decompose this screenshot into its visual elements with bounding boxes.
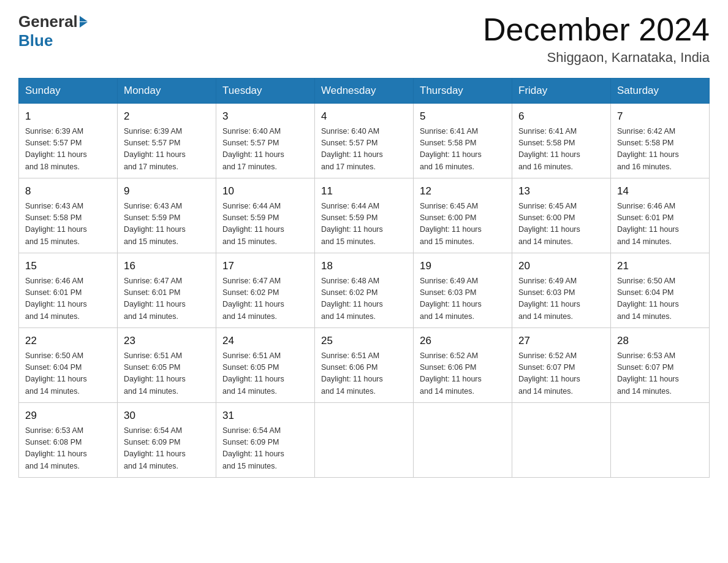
calendar-day-cell: 8Sunrise: 6:43 AMSunset: 5:58 PMDaylight… [19,178,118,253]
logo: General Blue [18,12,88,50]
calendar-day-header: Friday [512,79,611,104]
day-info: Sunrise: 6:53 AMSunset: 6:08 PMDaylight:… [25,425,111,473]
day-number: 9 [124,183,210,199]
calendar-day-cell: 27Sunrise: 6:52 AMSunset: 6:07 PMDayligh… [512,328,611,403]
day-number: 4 [321,109,407,124]
calendar-day-cell: 16Sunrise: 6:47 AMSunset: 6:01 PMDayligh… [118,253,216,328]
day-info: Sunrise: 6:52 AMSunset: 6:07 PMDaylight:… [518,350,604,398]
calendar-day-cell: 24Sunrise: 6:51 AMSunset: 6:05 PMDayligh… [216,328,315,403]
calendar-header-row: SundayMondayTuesdayWednesdayThursdayFrid… [19,79,710,104]
calendar-day-cell: 19Sunrise: 6:49 AMSunset: 6:03 PMDayligh… [414,253,512,328]
day-info: Sunrise: 6:51 AMSunset: 6:06 PMDaylight:… [321,350,407,398]
day-number: 30 [124,408,210,424]
page-header: General Blue December 2024 Shiggaon, Kar… [18,12,710,66]
day-number: 14 [617,183,703,199]
day-info: Sunrise: 6:41 AMSunset: 5:58 PMDaylight:… [518,126,604,174]
calendar-day-cell: 13Sunrise: 6:45 AMSunset: 6:00 PMDayligh… [512,178,611,253]
day-info: Sunrise: 6:47 AMSunset: 6:02 PMDaylight:… [222,275,308,323]
day-info: Sunrise: 6:53 AMSunset: 6:07 PMDaylight:… [617,350,703,398]
day-number: 26 [420,333,506,349]
calendar-day-cell: 6Sunrise: 6:41 AMSunset: 5:58 PMDaylight… [512,104,611,178]
day-number: 22 [25,333,111,349]
day-info: Sunrise: 6:47 AMSunset: 6:01 PMDaylight:… [124,275,210,323]
day-info: Sunrise: 6:52 AMSunset: 6:06 PMDaylight:… [420,350,506,398]
day-info: Sunrise: 6:43 AMSunset: 5:59 PMDaylight:… [124,201,210,248]
calendar-day-header: Saturday [611,79,710,104]
day-info: Sunrise: 6:39 AMSunset: 5:57 PMDaylight:… [25,126,111,174]
day-info: Sunrise: 6:54 AMSunset: 6:09 PMDaylight:… [222,425,308,473]
day-number: 16 [124,258,210,274]
day-number: 24 [222,333,308,349]
day-info: Sunrise: 6:39 AMSunset: 5:57 PMDaylight:… [124,126,210,174]
calendar-day-cell: 18Sunrise: 6:48 AMSunset: 6:02 PMDayligh… [315,253,414,328]
day-info: Sunrise: 6:41 AMSunset: 5:58 PMDaylight:… [420,126,506,174]
day-number: 23 [124,333,210,349]
day-info: Sunrise: 6:54 AMSunset: 6:09 PMDaylight:… [124,425,210,473]
calendar-day-cell [414,403,512,478]
day-info: Sunrise: 6:44 AMSunset: 5:59 PMDaylight:… [222,201,308,248]
calendar-day-cell: 1Sunrise: 6:39 AMSunset: 5:57 PMDaylight… [19,104,118,178]
calendar-week-row: 1Sunrise: 6:39 AMSunset: 5:57 PMDaylight… [19,104,710,178]
calendar-day-cell: 4Sunrise: 6:40 AMSunset: 5:57 PMDaylight… [315,104,414,178]
day-number: 18 [321,258,407,274]
calendar-day-cell: 14Sunrise: 6:46 AMSunset: 6:01 PMDayligh… [611,178,710,253]
month-title: December 2024 [483,12,710,47]
day-info: Sunrise: 6:44 AMSunset: 5:59 PMDaylight:… [321,201,407,248]
calendar-day-cell: 22Sunrise: 6:50 AMSunset: 6:04 PMDayligh… [19,328,118,403]
calendar-week-row: 8Sunrise: 6:43 AMSunset: 5:58 PMDaylight… [19,178,710,253]
calendar-day-cell: 10Sunrise: 6:44 AMSunset: 5:59 PMDayligh… [216,178,315,253]
day-number: 8 [25,183,111,199]
day-info: Sunrise: 6:49 AMSunset: 6:03 PMDaylight:… [420,275,506,323]
day-number: 21 [617,258,703,274]
day-info: Sunrise: 6:51 AMSunset: 6:05 PMDaylight:… [124,350,210,398]
calendar-day-header: Thursday [414,79,512,104]
calendar-day-cell: 2Sunrise: 6:39 AMSunset: 5:57 PMDaylight… [118,104,216,178]
calendar-table: SundayMondayTuesdayWednesdayThursdayFrid… [18,78,710,478]
calendar-week-row: 29Sunrise: 6:53 AMSunset: 6:08 PMDayligh… [19,403,710,478]
day-number: 11 [321,183,407,199]
day-info: Sunrise: 6:40 AMSunset: 5:57 PMDaylight:… [321,126,407,174]
calendar-day-cell: 21Sunrise: 6:50 AMSunset: 6:04 PMDayligh… [611,253,710,328]
logo-general-text: General [18,12,78,31]
calendar-day-header: Wednesday [315,79,414,104]
day-number: 12 [420,183,506,199]
day-info: Sunrise: 6:51 AMSunset: 6:05 PMDaylight:… [222,350,308,398]
day-info: Sunrise: 6:50 AMSunset: 6:04 PMDaylight:… [25,350,111,398]
day-number: 15 [25,258,111,274]
location-title: Shiggaon, Karnataka, India [483,50,710,66]
calendar-day-cell: 11Sunrise: 6:44 AMSunset: 5:59 PMDayligh… [315,178,414,253]
calendar-day-cell [611,403,710,478]
day-info: Sunrise: 6:42 AMSunset: 5:58 PMDaylight:… [617,126,703,174]
calendar-week-row: 22Sunrise: 6:50 AMSunset: 6:04 PMDayligh… [19,328,710,403]
day-info: Sunrise: 6:45 AMSunset: 6:00 PMDaylight:… [420,201,506,248]
day-info: Sunrise: 6:48 AMSunset: 6:02 PMDaylight:… [321,275,407,323]
calendar-day-header: Sunday [19,79,118,104]
day-number: 13 [518,183,604,199]
day-number: 7 [617,109,703,124]
day-info: Sunrise: 6:43 AMSunset: 5:58 PMDaylight:… [25,201,111,248]
title-section: December 2024 Shiggaon, Karnataka, India [483,12,710,66]
day-info: Sunrise: 6:49 AMSunset: 6:03 PMDaylight:… [518,275,604,323]
calendar-day-cell: 12Sunrise: 6:45 AMSunset: 6:00 PMDayligh… [414,178,512,253]
calendar-day-cell: 15Sunrise: 6:46 AMSunset: 6:01 PMDayligh… [19,253,118,328]
day-info: Sunrise: 6:40 AMSunset: 5:57 PMDaylight:… [222,126,308,174]
day-number: 5 [420,109,506,124]
calendar-day-cell: 31Sunrise: 6:54 AMSunset: 6:09 PMDayligh… [216,403,315,478]
day-number: 31 [222,408,308,424]
day-number: 6 [518,109,604,124]
calendar-day-cell: 20Sunrise: 6:49 AMSunset: 6:03 PMDayligh… [512,253,611,328]
logo-blue-text: Blue [18,31,88,50]
day-number: 28 [617,333,703,349]
calendar-day-cell: 17Sunrise: 6:47 AMSunset: 6:02 PMDayligh… [216,253,315,328]
day-info: Sunrise: 6:50 AMSunset: 6:04 PMDaylight:… [617,275,703,323]
calendar-day-cell: 26Sunrise: 6:52 AMSunset: 6:06 PMDayligh… [414,328,512,403]
calendar-day-cell: 29Sunrise: 6:53 AMSunset: 6:08 PMDayligh… [19,403,118,478]
day-number: 19 [420,258,506,274]
day-info: Sunrise: 6:45 AMSunset: 6:00 PMDaylight:… [518,201,604,248]
calendar-day-cell: 23Sunrise: 6:51 AMSunset: 6:05 PMDayligh… [118,328,216,403]
calendar-day-cell: 28Sunrise: 6:53 AMSunset: 6:07 PMDayligh… [611,328,710,403]
calendar-week-row: 15Sunrise: 6:46 AMSunset: 6:01 PMDayligh… [19,253,710,328]
day-number: 27 [518,333,604,349]
day-number: 29 [25,408,111,424]
calendar-day-cell: 30Sunrise: 6:54 AMSunset: 6:09 PMDayligh… [118,403,216,478]
